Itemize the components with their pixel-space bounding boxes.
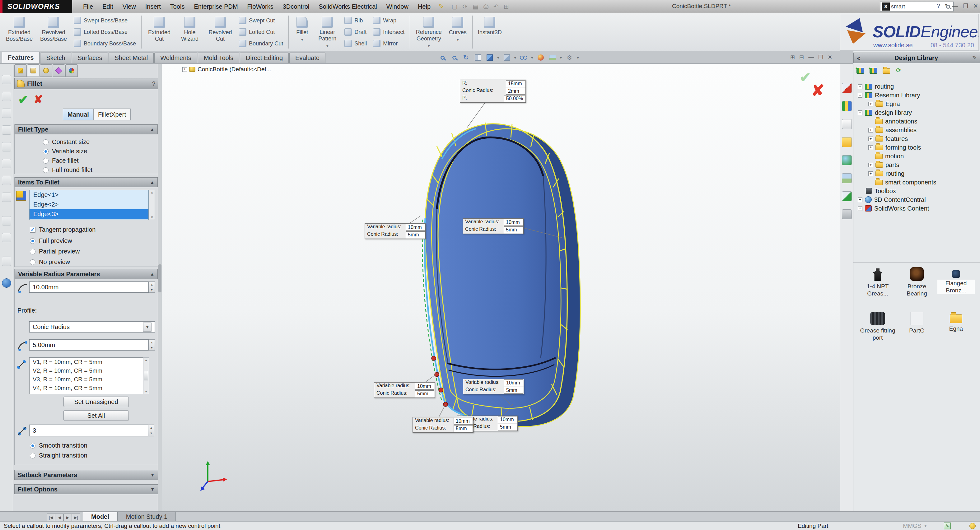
tree-item-routing[interactable]: +routing	[858, 83, 894, 91]
edit-appearance-icon[interactable]	[536, 53, 545, 62]
apply-scene-icon[interactable]	[548, 53, 557, 62]
constant-size-radio[interactable]: Constant size	[43, 138, 90, 146]
nav-first-icon[interactable]: |◀	[47, 514, 55, 521]
tree-expander-icon[interactable]: +	[868, 163, 873, 167]
design-library-icon[interactable]	[842, 101, 852, 111]
callout-value[interactable]: 5mm	[504, 226, 523, 233]
lofted-cut-button[interactable]: Lofted Cut	[237, 27, 285, 37]
tab-weldments[interactable]: Weldments	[154, 53, 197, 63]
model-tab[interactable]: Model	[83, 512, 118, 521]
instances-spinner[interactable]: ▲▼	[148, 425, 154, 436]
tree-expander-icon[interactable]: +	[868, 102, 873, 107]
tree-item-design-library[interactable]: −design library	[858, 108, 912, 117]
split-vertical-icon[interactable]: ⊟	[799, 54, 804, 60]
boundary-boss-button[interactable]: Boundary Boss/Base	[72, 39, 138, 48]
save-icon[interactable]: ▤	[473, 3, 479, 10]
print-icon[interactable]: ⎙	[484, 3, 488, 10]
tree-item-assemblies[interactable]: +assemblies	[868, 126, 916, 134]
custom-properties-icon[interactable]	[842, 191, 852, 201]
lofted-boss-button[interactable]: Lofted Boss/Base	[72, 27, 138, 37]
display-style-icon[interactable]	[503, 53, 511, 62]
manual-mode-button[interactable]: Manual	[63, 109, 94, 120]
extruded-cut-button[interactable]: Extruded Cut	[145, 14, 174, 49]
propertymanager-scrollbar[interactable]	[158, 64, 162, 511]
tree-item-parts[interactable]: +parts	[868, 161, 899, 169]
solidworks-resources-icon[interactable]	[842, 83, 852, 93]
appearances-icon[interactable]	[842, 155, 852, 165]
variable-radius-callout[interactable]: Variable radius:10mm Conic Radius:5mm	[374, 382, 435, 398]
configurationmanager-tab[interactable]	[40, 64, 52, 77]
callout-value[interactable]: 5mm	[504, 387, 523, 394]
callout-value[interactable]: 5mm	[406, 231, 425, 238]
fillet-type-header[interactable]: Fillet Type▲	[14, 124, 158, 134]
group-pin-icon[interactable]: ▲	[150, 127, 154, 132]
vertex-list-item[interactable]: V2, R = 10mm, CR = 5mm	[30, 366, 143, 375]
reference-geometry-button[interactable]: Reference Geometry▾	[413, 14, 444, 49]
variable-size-radio[interactable]: Variable size	[43, 148, 87, 155]
menu-window[interactable]: Window	[382, 0, 413, 13]
vertex-list-scrollbar[interactable]: ▲▼	[143, 357, 149, 394]
fillet-button[interactable]: Fillet▾	[292, 14, 312, 49]
wrap-button[interactable]: Wrap	[371, 16, 407, 25]
restore-button[interactable]: ❐	[963, 3, 968, 10]
model-3d-view[interactable]	[162, 64, 840, 511]
extruded-boss-button[interactable]: Extruded Boss/Base	[3, 14, 35, 49]
full-round-fillet-radio[interactable]: Full round fillet	[43, 166, 92, 173]
callout-value[interactable]: 10mm	[453, 418, 473, 425]
menu-enterprise-pdm[interactable]: Enterprise PDM	[189, 0, 242, 13]
view-orientation-dropdown-icon[interactable]: ▾	[497, 56, 500, 60]
scrollbar-thumb[interactable]	[158, 264, 161, 292]
setback-parameters-header[interactable]: Setback Parameters▼	[14, 470, 158, 480]
confirmation-ok-icon[interactable]: ✔	[800, 69, 811, 85]
tree-expander-icon[interactable]: +	[858, 84, 862, 89]
tree-item-annotations[interactable]: annotations	[875, 117, 917, 125]
profile-dropdown[interactable]: Conic Radius▼	[29, 321, 155, 333]
library-item[interactable]: Grease fitting port	[859, 312, 896, 341]
swept-cut-button[interactable]: Swept Cut	[237, 16, 285, 25]
doc-close-icon[interactable]: ✕	[827, 54, 832, 60]
add-file-location-button[interactable]: +	[868, 65, 878, 75]
tree-item-resemin-library[interactable]: −Resemin Library	[858, 91, 920, 99]
instances-field[interactable]: 3	[29, 425, 148, 436]
apply-scene-dropdown-icon[interactable]: ▾	[560, 56, 562, 60]
view-settings-icon[interactable]: ⚙	[565, 53, 574, 62]
tab-sketch[interactable]: Sketch	[40, 53, 71, 63]
displaymanager-tab[interactable]	[65, 64, 78, 77]
expand-chevron-icon[interactable]: ▼	[150, 473, 154, 477]
tree-item-forming-tools[interactable]: +forming tools	[868, 143, 921, 151]
split-horizontal-icon[interactable]: ⊞	[790, 54, 795, 60]
open-icon[interactable]: ⟳	[462, 3, 468, 10]
callout-value[interactable]: 10mm	[406, 224, 425, 231]
dimxpertmanager-tab[interactable]	[52, 64, 65, 77]
spin-tool-icon[interactable]	[2, 279, 11, 288]
undo-icon[interactable]: ↶	[493, 3, 499, 10]
edge-selection-list[interactable]: Edge<1> Edge<2> Edge<3>	[29, 190, 149, 220]
doc-restore-icon[interactable]: ❐	[818, 54, 823, 60]
tree-expander-icon[interactable]: +	[182, 67, 187, 72]
zoom-to-fit-icon[interactable]	[438, 53, 447, 62]
part-tree-label[interactable]: ConicBottle (Default<<Def...	[197, 66, 271, 73]
menu-edit[interactable]: Edit	[98, 0, 118, 13]
linear-pattern-button[interactable]: Linear Pattern▾	[314, 14, 340, 49]
hole-wizard-button[interactable]: Hole Wizard	[176, 14, 204, 49]
library-item[interactable]: Flanged Bronz...	[937, 270, 975, 294]
edge-list-item[interactable]: Edge<2>	[30, 200, 148, 209]
cancel-button[interactable]: ✘	[33, 93, 43, 106]
collapse-pane-icon[interactable]: «	[857, 54, 860, 62]
help-question-icon[interactable]: ?	[152, 81, 155, 87]
radius-field[interactable]: 10.00mm	[29, 282, 149, 293]
tangent-propagation-checkbox[interactable]: ✓Tangent propagation	[30, 226, 95, 233]
variable-radius-callout[interactable]: Variable radius:10mm Conic Radius:5mm	[364, 223, 426, 239]
file-explorer-icon[interactable]	[842, 119, 852, 129]
callout-value[interactable]: 5mm	[453, 425, 473, 432]
callout-value[interactable]: 10mm	[504, 219, 523, 226]
display-style-dropdown-icon[interactable]: ▾	[514, 56, 517, 60]
set-unassigned-button[interactable]: Set Unassigned	[64, 396, 129, 407]
group-pin-icon[interactable]: ▲	[150, 180, 154, 185]
menu-insert[interactable]: Insert	[141, 0, 165, 13]
menu-solidworks-electrical[interactable]: SolidWorks Electrical	[314, 0, 382, 13]
linear-pattern-dropdown-icon[interactable]: ▾	[326, 43, 329, 49]
featuremanager-tab[interactable]	[14, 64, 27, 77]
instant3d-button[interactable]: Instant3D	[476, 14, 504, 49]
tree-item-smart-components[interactable]: smart components	[875, 178, 937, 186]
